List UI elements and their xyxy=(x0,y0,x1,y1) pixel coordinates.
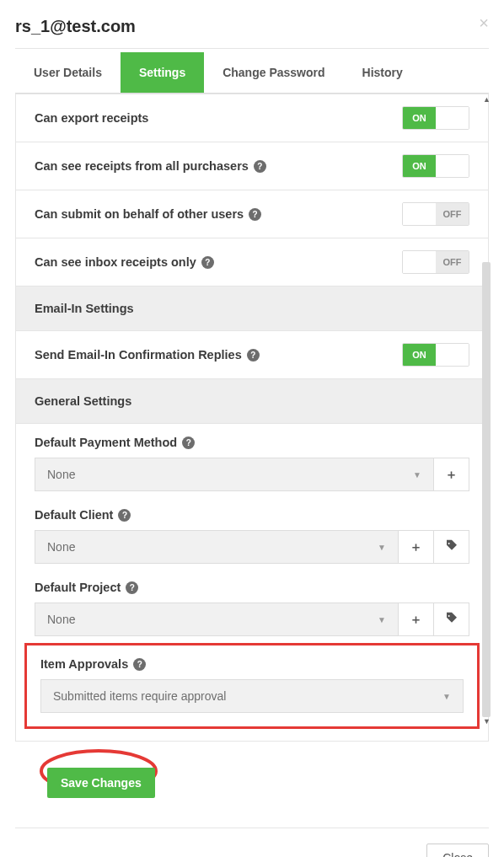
tab-settings[interactable]: Settings xyxy=(121,52,204,93)
close-icon[interactable]: × xyxy=(479,13,489,33)
section-title: Email-In Settings xyxy=(35,302,469,315)
send-email-confirmation-toggle[interactable]: ON xyxy=(402,343,469,367)
help-icon[interactable]: ? xyxy=(126,581,138,594)
can-export-receipts-toggle[interactable]: ON xyxy=(402,106,469,130)
settings-panel: Can export receipts ON Can see receipts … xyxy=(15,94,489,742)
default-project-select[interactable]: None ▼ xyxy=(35,603,399,636)
label-text: Can submit on behalf of other users xyxy=(35,207,244,221)
toggle-on-text: ON xyxy=(403,107,436,129)
select-value: None xyxy=(47,613,75,626)
label-text: Item Approvals xyxy=(40,657,128,671)
can-see-inbox-only-label: Can see inbox receipts only ? xyxy=(35,255,214,269)
send-email-confirmation-label: Send Email-In Confirmation Replies ? xyxy=(35,348,260,362)
help-icon[interactable]: ? xyxy=(247,349,260,362)
plus-icon: ＋ xyxy=(445,467,458,483)
tab-history[interactable]: History xyxy=(344,52,421,93)
help-icon[interactable]: ? xyxy=(201,256,214,269)
label-text: Can export receipts xyxy=(35,111,148,125)
default-payment-method-select[interactable]: None ▼ xyxy=(35,458,434,491)
help-icon[interactable]: ? xyxy=(118,509,131,522)
tag-icon xyxy=(445,539,458,555)
plus-icon: ＋ xyxy=(410,539,422,555)
save-changes-button[interactable]: Save Changes xyxy=(47,768,155,798)
help-icon[interactable]: ? xyxy=(254,160,266,173)
label-text: Send Email-In Confirmation Replies xyxy=(35,348,242,362)
plus-icon: ＋ xyxy=(410,612,422,628)
can-see-all-purchasers-toggle[interactable]: ON xyxy=(402,154,469,178)
help-icon[interactable]: ? xyxy=(249,208,261,221)
tab-bar: User Details Settings Change Password Hi… xyxy=(15,52,489,94)
add-project-button[interactable]: ＋ xyxy=(399,603,434,636)
can-submit-behalf-toggle[interactable]: OFF xyxy=(402,202,469,226)
item-approvals-label: Item Approvals ? xyxy=(40,657,464,671)
help-icon[interactable]: ? xyxy=(182,437,195,449)
toggle-off-text: OFF xyxy=(436,251,469,273)
tab-change-password[interactable]: Change Password xyxy=(204,52,343,93)
toggle-on-text: ON xyxy=(403,155,436,177)
can-submit-behalf-label: Can submit on behalf of other users ? xyxy=(35,207,261,221)
tag-icon xyxy=(445,612,458,628)
page-title: rs_1@test.com xyxy=(15,17,136,36)
select-value: None xyxy=(47,540,75,554)
tag-client-button[interactable] xyxy=(434,530,469,564)
default-payment-method-label: Default Payment Method ? xyxy=(35,436,469,449)
default-client-label: Default Client ? xyxy=(35,508,469,522)
add-payment-method-button[interactable]: ＋ xyxy=(434,458,469,491)
help-icon[interactable]: ? xyxy=(133,658,146,671)
tag-project-button[interactable] xyxy=(434,603,469,636)
save-highlight: Save Changes xyxy=(15,753,167,812)
tab-user-details[interactable]: User Details xyxy=(15,52,121,93)
can-see-inbox-only-toggle[interactable]: OFF xyxy=(402,250,469,274)
label-text: Default Project xyxy=(35,581,121,594)
label-text: Can see receipts from all purchasers xyxy=(35,159,249,173)
default-project-label: Default Project ? xyxy=(35,581,469,594)
add-client-button[interactable]: ＋ xyxy=(399,530,434,564)
email-in-settings-header: Email-In Settings xyxy=(16,287,488,331)
default-client-select[interactable]: None ▼ xyxy=(35,530,399,564)
label-text: Can see inbox receipts only xyxy=(35,255,196,269)
chevron-down-icon: ▼ xyxy=(442,692,451,701)
footer-divider xyxy=(15,828,489,828)
scroll-down-arrow[interactable]: ▼ xyxy=(483,717,491,726)
label-text: Default Client xyxy=(35,508,113,522)
can-see-all-purchasers-label: Can see receipts from all purchasers ? xyxy=(35,159,266,173)
chevron-down-icon: ▼ xyxy=(413,470,421,479)
toggle-on-text: ON xyxy=(403,344,436,366)
can-export-receipts-label: Can export receipts xyxy=(35,111,148,125)
label-text: Default Payment Method xyxy=(35,436,177,449)
chevron-down-icon: ▼ xyxy=(378,615,386,624)
select-value: Submitted items require approval xyxy=(53,689,226,703)
scrollbar[interactable] xyxy=(482,262,491,717)
chevron-down-icon: ▼ xyxy=(378,543,386,552)
section-title: General Settings xyxy=(35,394,469,408)
select-value: None xyxy=(47,468,75,481)
toggle-off-text: OFF xyxy=(436,203,469,225)
scroll-up-arrow[interactable]: ▲ xyxy=(483,95,491,104)
item-approvals-select[interactable]: Submitted items require approval ▼ xyxy=(40,679,464,713)
close-button[interactable]: Close xyxy=(426,844,489,857)
item-approvals-highlight: Item Approvals ? Submitted items require… xyxy=(24,643,480,729)
general-settings-header: General Settings xyxy=(16,379,488,424)
